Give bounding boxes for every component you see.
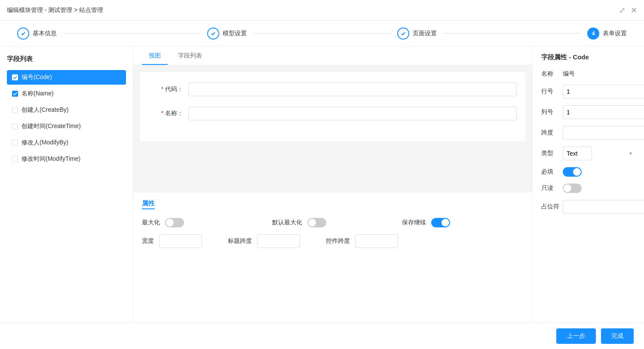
field-label-createtime: 创建时间(CreateTime): [21, 122, 81, 130]
properties-section: 属性 最大化 默认最大化 保存继续 宽度: [133, 193, 532, 255]
finish-button[interactable]: 完成: [601, 328, 634, 344]
right-span-label: 跨度: [541, 129, 563, 137]
bottom-bar: 上一步 完成: [0, 323, 644, 349]
code-label: 代码：: [149, 86, 183, 93]
control-span-item: 控件跨度: [326, 234, 398, 248]
width-input[interactable]: [159, 234, 202, 248]
form-row-name: 名称：: [149, 107, 517, 120]
step-1-label: 基本信息: [33, 30, 57, 37]
field-label-createby: 创建人(CreateBy): [21, 106, 69, 114]
step-line-2: [254, 33, 390, 34]
maximize-label: 最大化: [142, 219, 160, 227]
step-3-label: 页面设置: [413, 30, 437, 37]
right-col-input[interactable]: [563, 105, 644, 119]
title-span-item: 标题跨度: [228, 234, 300, 248]
right-row-input[interactable]: [563, 85, 644, 98]
right-readonly-toggle[interactable]: [563, 184, 582, 193]
right-span-input[interactable]: [563, 126, 644, 140]
step-3-circle: [397, 28, 409, 40]
checkbox-code: [12, 74, 18, 80]
right-row-placeholder: 占位符: [541, 200, 635, 214]
right-type-select-wrapper: Text Number Date: [563, 147, 635, 160]
step-2-label: 模型设置: [223, 30, 247, 37]
form-area: 代码： 名称：: [133, 65, 532, 193]
prop-default-maximize: 默认最大化: [272, 218, 394, 227]
name-label: 名称：: [149, 110, 183, 117]
window-title: 编辑模块管理 - 测试管理 > 站点管理: [7, 6, 103, 14]
center-tabs: 视图 字段列表: [133, 46, 532, 65]
code-input[interactable]: [188, 83, 517, 96]
field-label-name: 名称(Name): [21, 90, 54, 98]
form-row-code: 代码：: [149, 83, 517, 96]
right-row-label: 行号: [541, 88, 563, 95]
title-span-label: 标题跨度: [228, 237, 252, 245]
width-row: 宽度 标题跨度 控件跨度: [142, 234, 524, 248]
field-item-createby[interactable]: 创建人(CreateBy): [7, 103, 126, 117]
right-placeholder-input[interactable]: [563, 200, 644, 214]
right-row-col: 列号: [541, 105, 635, 119]
right-row-type: 类型 Text Number Date: [541, 147, 635, 160]
step-line-3: [444, 33, 580, 34]
tab-view[interactable]: 视图: [142, 48, 168, 65]
right-row-span: 跨度: [541, 126, 635, 140]
checkbox-modifyby: [12, 140, 18, 146]
main-content: 字段列表 编号(Code) 名称(Name) 创建人(CreateBy) 创建时…: [0, 46, 644, 323]
width-label: 宽度: [142, 237, 154, 245]
right-panel-title: 字段属性 - Code: [541, 53, 635, 61]
right-row-required: 必填: [541, 167, 635, 177]
checkbox-modifytime: [12, 156, 18, 162]
right-name-label: 名称: [541, 70, 563, 78]
field-item-code[interactable]: 编号(Code): [7, 70, 126, 85]
field-item-createtime[interactable]: 创建时间(CreateTime): [7, 119, 126, 134]
prop-maximize: 最大化: [142, 218, 264, 227]
width-item: 宽度: [142, 234, 202, 248]
step-line-1: [64, 33, 200, 34]
restore-button[interactable]: ⤢: [619, 6, 626, 15]
left-panel: 字段列表 编号(Code) 名称(Name) 创建人(CreateBy) 创建时…: [0, 46, 133, 323]
control-span-label: 控件跨度: [326, 237, 350, 245]
right-placeholder-label: 占位符: [541, 203, 563, 211]
prev-button[interactable]: 上一步: [556, 328, 596, 344]
properties-grid: 最大化 默认最大化 保存继续: [142, 218, 524, 227]
checkbox-name: [12, 91, 18, 97]
right-readonly-label: 只读: [541, 184, 563, 192]
right-required-toggle[interactable]: [563, 167, 582, 177]
field-item-modifyby[interactable]: 修改人(ModifyBy): [7, 135, 126, 150]
field-label-modifyby: 修改人(ModifyBy): [21, 139, 68, 147]
step-4: 4 表单设置: [587, 28, 627, 40]
step-4-circle: 4: [587, 28, 599, 40]
step-2: 模型设置: [207, 28, 247, 40]
default-maximize-toggle[interactable]: [307, 218, 326, 227]
right-panel: 字段属性 - Code 名称 编号 行号 列号 跨度 类型 Text: [532, 46, 644, 323]
save-continue-toggle[interactable]: [431, 218, 450, 227]
right-row-readonly: 只读: [541, 184, 635, 193]
title-span-input[interactable]: [257, 234, 300, 248]
step-3: 页面设置: [397, 28, 437, 40]
name-input[interactable]: [188, 107, 517, 120]
tab-field-list[interactable]: 字段列表: [171, 48, 209, 65]
right-name-value: 编号: [563, 70, 575, 78]
right-row-row: 行号: [541, 85, 635, 98]
right-type-select[interactable]: Text Number Date: [563, 147, 592, 160]
field-label-modifytime: 修改时间(ModifyTime): [21, 155, 80, 163]
field-item-modifytime[interactable]: 修改时间(ModifyTime): [7, 152, 126, 166]
field-list-title: 字段列表: [7, 55, 126, 63]
field-item-name[interactable]: 名称(Name): [7, 86, 126, 101]
maximize-toggle[interactable]: [165, 218, 184, 227]
control-span-input[interactable]: [355, 234, 398, 248]
properties-title: 属性: [142, 199, 155, 209]
checkbox-createby: [12, 107, 18, 113]
field-label-code: 编号(Code): [21, 73, 52, 81]
step-2-circle: [207, 28, 219, 40]
right-type-label: 类型: [541, 150, 563, 157]
steps-bar: 基本信息 模型设置 页面设置 4 表单设置: [0, 21, 644, 46]
step-1-circle: [17, 28, 29, 40]
right-required-label: 必填: [541, 168, 563, 176]
window-controls: ⤢ ✕: [619, 6, 637, 15]
step-4-label: 表单设置: [603, 30, 627, 37]
form-inner: 代码： 名称：: [140, 72, 525, 141]
save-continue-label: 保存继续: [402, 219, 426, 227]
prop-save-continue: 保存继续: [402, 218, 524, 227]
right-row-name: 名称 编号: [541, 70, 635, 78]
close-button[interactable]: ✕: [631, 6, 637, 15]
